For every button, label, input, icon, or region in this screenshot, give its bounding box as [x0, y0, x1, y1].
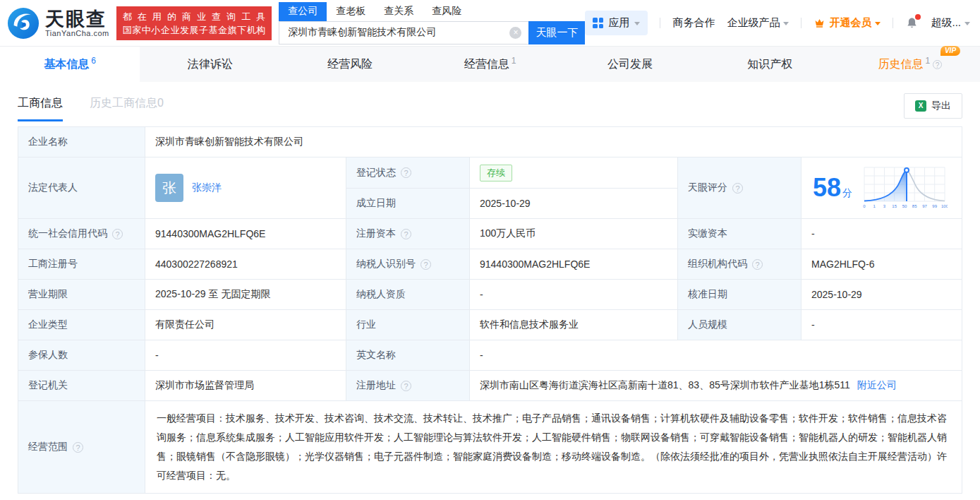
label-company-name: 企业名称	[18, 127, 145, 157]
value-english-name: -	[470, 340, 962, 371]
tab-label: 经营信息	[464, 57, 509, 72]
tab-label: 基本信息	[44, 57, 89, 72]
tab-intellectual-property[interactable]: 知识产权	[700, 47, 840, 82]
apps-label: 应用	[608, 16, 629, 30]
value-registered-capital: 100万人民币	[470, 219, 678, 249]
subtab-row: 工商信息 历史工商信息0 X 导出	[0, 82, 980, 124]
tianyancha-logo[interactable]: 天眼查 TianYanCha.com	[7, 7, 109, 40]
label-establish-date: 成立日期	[346, 189, 470, 219]
help-icon[interactable]: ?	[73, 442, 83, 453]
vip-crown-icon	[813, 17, 825, 29]
nav-vip-label: 开通会员	[829, 16, 871, 30]
score-axis-tick: 3	[883, 204, 886, 208]
search-button[interactable]: 天眼一下	[528, 21, 585, 44]
tab-history-info[interactable]: 历史信息 1 ? VIP	[840, 47, 980, 82]
score-axis-tick: 97	[922, 204, 927, 208]
label-approval-date: 核准日期	[678, 280, 801, 310]
value-registration-number: 440300227268921	[145, 249, 346, 280]
score-axis-tick: 1	[873, 204, 876, 208]
tab-company-development[interactable]: 公司发展	[560, 47, 700, 82]
score-axis-tick: 85	[912, 204, 917, 208]
search-tab-company[interactable]: 查公司	[279, 2, 327, 21]
help-icon[interactable]: ?	[933, 60, 942, 69]
tab-count: 6	[91, 56, 96, 66]
value-business-scope: 一般经营项目：技术服务、技术开发、技术咨询、技术交流、技术转让、技术推广；电子产…	[145, 401, 962, 494]
promo-banner-line2: 国家中小企业发展子基金旗下机构	[123, 23, 265, 37]
nav-account-label: 超级...	[931, 16, 961, 30]
help-icon[interactable]: ?	[401, 167, 411, 178]
subtab-business-registration[interactable]: 工商信息	[18, 96, 63, 121]
label-registration-authority: 登记机关	[18, 371, 145, 401]
tab-basic-info[interactable]: 基本信息6	[0, 47, 140, 82]
value-approval-date: 2025-10-29	[801, 280, 962, 310]
nav-open-vip[interactable]: 开通会员	[813, 16, 881, 30]
caret-down-icon	[875, 22, 881, 25]
label-english-name: 英文名称	[346, 340, 470, 371]
help-icon[interactable]: ?	[112, 229, 123, 239]
value-business-term: 2025-10-29 至 无固定期限	[145, 280, 346, 310]
search-tab-boss[interactable]: 查老板	[327, 2, 375, 21]
tab-count: 1	[925, 56, 930, 66]
top-bar: 天眼查 TianYanCha.com 都在用的商业查询工具 国家中小企业发展子基…	[0, 0, 980, 47]
tab-label: 经营风险	[327, 57, 373, 72]
promo-banner: 都在用的商业查询工具 国家中小企业发展子基金旗下机构	[116, 6, 272, 40]
logo-text: 天眼查 TianYanCha.com	[45, 9, 109, 37]
subtab-history-registration[interactable]: 历史工商信息0	[90, 96, 164, 121]
nearby-companies-link[interactable]: 附近公司	[857, 379, 897, 392]
label-staff-size: 人员规模	[678, 310, 801, 340]
search-tab-risk[interactable]: 查风险	[423, 2, 471, 21]
nav-business-cooperation[interactable]: 商务合作	[672, 16, 715, 30]
label-business-scope: 经营范围 ?	[18, 401, 145, 494]
label-registered-capital: 注册资本 ?	[346, 219, 470, 249]
help-icon[interactable]: ?	[421, 259, 431, 270]
caret-down-icon	[634, 22, 640, 25]
label-tianyan-score: 天眼评分 ?	[678, 157, 801, 219]
tab-label: 知识产权	[747, 57, 792, 72]
excel-icon: X	[915, 100, 926, 112]
promo-banner-line1: 都在用的商业查询工具	[123, 10, 265, 23]
legal-rep-name-link[interactable]: 张崇洋	[192, 181, 222, 194]
nav-account-menu[interactable]: 超级...	[931, 16, 970, 30]
tab-operation-risk[interactable]: 经营风险	[280, 47, 420, 82]
divider	[893, 18, 893, 28]
label-registered-address: 注册地址 ?	[346, 371, 470, 401]
label-industry: 行业	[346, 310, 470, 340]
search-input[interactable]	[279, 21, 528, 44]
value-insured-count: -	[145, 340, 346, 371]
notifications-bell[interactable]	[905, 16, 919, 30]
clear-search-icon[interactable]: ×	[509, 27, 521, 39]
help-icon[interactable]: ?	[732, 183, 743, 194]
nav-enterprise-products[interactable]: 企业级产品	[727, 16, 789, 30]
tab-legal-proceedings[interactable]: 法律诉讼	[140, 47, 279, 82]
caret-down-icon	[783, 22, 789, 25]
divider	[801, 18, 801, 28]
tianyancha-logo-icon	[7, 7, 40, 40]
divider	[660, 18, 660, 28]
value-legal-representative: 张 张崇洋	[145, 157, 346, 219]
export-label: 导出	[931, 100, 951, 112]
value-paid-capital: -	[801, 219, 962, 249]
value-taxpayer-qualification: -	[470, 280, 678, 310]
help-icon[interactable]: ?	[401, 229, 411, 239]
value-company-name: 深圳市青睐创新智能技术有限公司	[145, 127, 962, 157]
help-icon[interactable]: ?	[401, 381, 411, 391]
score-axis-tick: 15	[892, 204, 897, 208]
tab-count: 1	[512, 56, 516, 66]
nav-enterprise-label: 企业级产品	[727, 16, 780, 30]
apps-menu-button[interactable]: 应用	[585, 11, 648, 35]
value-establish-date: 2025-10-29	[470, 189, 678, 219]
value-registration-authority: 深圳市市场监督管理局	[145, 371, 346, 401]
logo-title: 天眼查	[45, 9, 109, 29]
search-tab-relation[interactable]: 查关系	[375, 2, 423, 21]
tab-operation-info[interactable]: 经营信息1	[420, 47, 559, 82]
value-company-type: 有限责任公司	[145, 310, 346, 340]
export-button[interactable]: X 导出	[904, 93, 962, 119]
score-axis-tick: 99	[932, 204, 937, 208]
score-axis-tick: 100	[941, 204, 948, 208]
label-credit-code: 统一社会信用代码 ?	[18, 219, 145, 249]
help-icon[interactable]: ?	[752, 259, 763, 270]
apps-grid-icon	[593, 18, 603, 28]
value-staff-size: -	[801, 310, 962, 340]
legal-rep-avatar[interactable]: 张	[155, 174, 183, 202]
value-tianyan-score[interactable]: 58分	[801, 157, 962, 219]
